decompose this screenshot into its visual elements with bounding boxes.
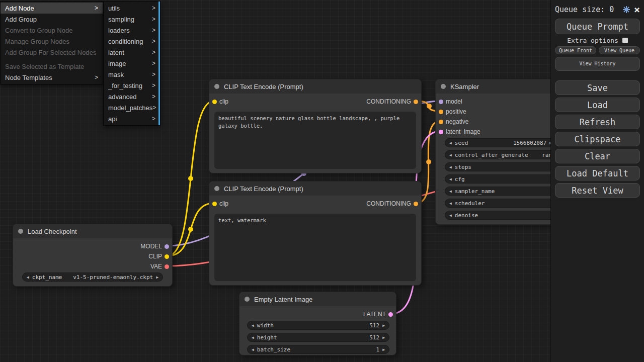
submenu-item-model-patches[interactable]: model_patches > <box>104 102 160 113</box>
input-slot-clip[interactable]: clip <box>212 98 228 106</box>
output-slot-conditioning[interactable]: CONDITIONING <box>366 98 418 106</box>
view-queue-button[interactable]: View Queue <box>599 46 640 54</box>
increment-arrow-icon[interactable]: ▶ <box>156 275 158 280</box>
decrement-arrow-icon[interactable]: ◀ <box>449 201 452 206</box>
output-slot-latent[interactable]: LATENT <box>363 310 393 318</box>
slot-dot-conditioning[interactable] <box>414 202 418 206</box>
widget-batch-size[interactable]: ◀ batch_size 1 ▶ <box>247 345 389 354</box>
submenu-item-image[interactable]: image > <box>104 58 160 69</box>
decrement-arrow-icon[interactable]: ◀ <box>449 213 452 218</box>
submenu-item-latent[interactable]: latent > <box>104 47 160 58</box>
menu-item-node-templates[interactable]: Node Templates > <box>1 72 103 83</box>
slot-dot-clip[interactable] <box>165 254 169 259</box>
decrement-arrow-icon[interactable]: ◀ <box>449 177 452 182</box>
submenu-item-sampling[interactable]: sampling > <box>104 14 160 25</box>
node-title-bar: CLIP Text Encode (Prompt) <box>209 79 421 94</box>
slot-dot-model[interactable] <box>439 100 443 104</box>
submenu-arrow-icon: > <box>152 38 155 45</box>
decrement-arrow-icon[interactable]: ◀ <box>252 335 254 340</box>
node-clip-text-encode-1[interactable]: CLIP Text Encode (Prompt) clip CONDITION… <box>209 79 422 173</box>
graph-canvas[interactable]: CLIP Text Encode (Prompt) clip CONDITION… <box>0 0 644 362</box>
queue-prompt-button[interactable]: Queue Prompt <box>555 19 640 34</box>
slot-dot-conditioning[interactable] <box>414 100 418 104</box>
add-node-submenu: utils > sampling > loaders > conditionin… <box>103 1 160 126</box>
increment-arrow-icon[interactable]: ▶ <box>382 335 385 340</box>
reset-view-button[interactable]: Reset View <box>555 183 640 198</box>
node-load-checkpoint[interactable]: Load Checkpoint MODEL CLIP VAE ◀ ckpt_na… <box>13 224 173 287</box>
slot-dot-conditioning[interactable] <box>439 120 443 124</box>
slot-dot-vae[interactable] <box>165 264 169 269</box>
slot-dot-latent[interactable] <box>388 312 393 317</box>
input-slot-model[interactable]: model <box>439 98 462 106</box>
slot-dot-conditioning[interactable] <box>439 110 443 114</box>
node-collapse-dot[interactable] <box>214 186 219 191</box>
prompt-textarea[interactable]: beautiful scenery nature glass bottle la… <box>214 112 416 169</box>
output-slot-clip[interactable]: CLIP <box>148 252 169 260</box>
decrement-arrow-icon[interactable]: ◀ <box>449 141 452 145</box>
widget-control-after-generate[interactable]: ◀ control_after_generate ran <box>445 150 556 159</box>
node-collapse-dot[interactable] <box>441 84 446 89</box>
menu-item-save-selected-as-template: Save Selected as Template <box>1 61 103 72</box>
settings-gear-icon[interactable] <box>622 6 630 14</box>
submenu-item-advanced[interactable]: advanced > <box>104 91 160 102</box>
increment-arrow-icon[interactable]: ▶ <box>382 347 385 352</box>
refresh-button[interactable]: Refresh <box>555 115 640 129</box>
load-default-button[interactable]: Load Default <box>555 166 640 180</box>
decrement-arrow-icon[interactable]: ◀ <box>252 323 254 328</box>
output-slot-vae[interactable]: VAE <box>150 262 169 270</box>
node-empty-latent-image[interactable]: Empty Latent Image LATENT ◀ width 512 ▶ … <box>239 292 396 355</box>
close-icon[interactable]: × <box>634 5 640 15</box>
menu-item-add-node[interactable]: Add Node > <box>1 3 103 14</box>
decrement-arrow-icon[interactable]: ◀ <box>449 165 452 169</box>
node-title: Empty Latent Image <box>254 296 312 303</box>
widget-scheduler[interactable]: ◀ scheduler <box>445 199 556 208</box>
widget-ckpt-name[interactable]: ◀ ckpt_name v1-5-pruned-emaonly.ckpt ▶ <box>22 273 163 282</box>
menu-item-add-group[interactable]: Add Group <box>1 14 103 25</box>
save-button[interactable]: Save <box>555 80 640 95</box>
input-slot-negative[interactable]: negative <box>439 118 468 126</box>
extra-options-checkbox[interactable] <box>622 38 628 43</box>
submenu-item-api[interactable]: api > <box>104 113 160 124</box>
node-collapse-dot[interactable] <box>18 229 23 234</box>
submenu-arrow-icon: > <box>152 71 155 78</box>
submenu-item-conditioning[interactable]: conditioning > <box>104 36 160 47</box>
slot-dot-latent[interactable] <box>439 130 443 134</box>
menu-item-convert-to-group-node: Convert to Group Node <box>1 25 103 36</box>
output-slot-conditioning[interactable]: CONDITIONING <box>366 200 418 208</box>
widget-sampler-name[interactable]: ◀ sampler_name <box>445 187 556 196</box>
decrement-arrow-icon[interactable]: ◀ <box>252 347 254 352</box>
widget-seed[interactable]: ◀ seed 1566802087 ▶ <box>445 138 556 147</box>
slot-dot-clip[interactable] <box>212 100 217 104</box>
submenu-item-utils[interactable]: utils > <box>104 3 160 14</box>
queue-front-button[interactable]: Queue Front <box>555 46 596 54</box>
clipspace-button[interactable]: Clipspace <box>555 132 640 146</box>
decrement-arrow-icon[interactable]: ◀ <box>27 275 29 280</box>
input-slot-latent-image[interactable]: latent_image <box>439 128 480 136</box>
widget-height[interactable]: ◀ height 512 ▶ <box>247 333 389 342</box>
submenu-item-mask[interactable]: mask > <box>104 69 160 80</box>
decrement-arrow-icon[interactable]: ◀ <box>449 189 452 194</box>
increment-arrow-icon[interactable]: ▶ <box>382 323 385 328</box>
decrement-arrow-icon[interactable]: ◀ <box>449 153 452 157</box>
submenu-item-for-testing[interactable]: _for_testing > <box>104 80 160 91</box>
submenu-scrollbar[interactable] <box>158 2 160 125</box>
prompt-textarea[interactable]: text, watermark <box>214 214 416 281</box>
input-slot-clip[interactable]: clip <box>212 200 228 208</box>
widget-steps[interactable]: ◀ steps <box>445 162 556 171</box>
node-collapse-dot[interactable] <box>245 297 250 302</box>
slot-dot-clip[interactable] <box>212 202 217 206</box>
clear-button[interactable]: Clear <box>555 149 640 163</box>
widget-cfg[interactable]: ◀ cfg <box>445 174 556 184</box>
node-ksampler[interactable]: KSampler model positive negative latent_… <box>435 79 565 225</box>
submenu-item-loaders[interactable]: loaders > <box>104 25 160 36</box>
slot-dot-model[interactable] <box>165 244 169 249</box>
view-history-button[interactable]: View History <box>555 57 640 71</box>
link-dot-clip-1 <box>188 176 193 181</box>
widget-width[interactable]: ◀ width 512 ▶ <box>247 321 389 330</box>
widget-denoise[interactable]: ◀ denoise <box>445 211 556 220</box>
output-slot-model[interactable]: MODEL <box>140 242 169 250</box>
load-button[interactable]: Load <box>555 98 640 112</box>
node-collapse-dot[interactable] <box>214 84 219 89</box>
input-slot-positive[interactable]: positive <box>439 108 466 116</box>
node-clip-text-encode-2[interactable]: CLIP Text Encode (Prompt) clip CONDITION… <box>209 181 422 286</box>
